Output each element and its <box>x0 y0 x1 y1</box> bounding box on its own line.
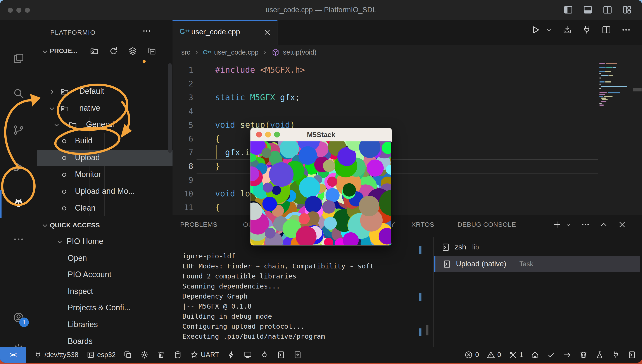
more-icon[interactable] <box>621 25 631 35</box>
panel-tab-xrtos[interactable]: XRTOS <box>411 221 434 228</box>
terminal-list-item-upload-native-[interactable]: Upload (native)Task <box>434 256 640 272</box>
status-item-copy[interactable] <box>124 350 132 359</box>
refresh-icon[interactable] <box>109 46 118 56</box>
code-line[interactable]: 5void setup(void) <box>173 118 642 132</box>
m5stack-title-bar[interactable]: M5Stack <box>250 128 392 142</box>
status-item-1[interactable]: 1 <box>509 350 523 359</box>
status-item-0[interactable]: 0 <box>486 350 501 359</box>
status-item-cylinder[interactable] <box>173 350 182 359</box>
collapse-all-icon[interactable] <box>147 46 157 56</box>
status-item-terminal-chevron[interactable] <box>627 350 636 359</box>
quick-access-item-libraries[interactable]: Libraries <box>37 317 173 333</box>
status-item-uart[interactable]: UART <box>190 350 219 359</box>
toggle-sidebar-icon[interactable] <box>563 4 573 15</box>
status-item-esp32[interactable]: esp32 <box>86 350 116 359</box>
status-item-home[interactable] <box>531 350 539 359</box>
tab-close-icon[interactable] <box>263 28 272 37</box>
tree-item-native[interactable]: native <box>37 100 173 117</box>
breadcrumb-item[interactable]: setup(void) <box>283 48 316 56</box>
status-item-flask[interactable] <box>595 350 604 359</box>
status-item-trash[interactable] <box>579 350 588 359</box>
tree-item-upload[interactable]: Upload <box>37 150 173 166</box>
tree-item-default[interactable]: Default <box>37 83 173 100</box>
chevron-up-icon[interactable] <box>599 220 608 229</box>
terminal-list-item-zsh[interactable]: zshlib <box>434 239 640 255</box>
toggle-panel-icon[interactable] <box>583 4 593 15</box>
sidebar-more-actions-button[interactable] <box>142 26 152 36</box>
chevron-down-icon <box>41 48 49 56</box>
m5stack-simulator-window[interactable]: M5Stack <box>250 128 392 246</box>
status-item-flame[interactable] <box>260 350 269 359</box>
activity-bar-item-source-control[interactable] <box>13 124 25 136</box>
status-item-bolt[interactable] <box>227 350 236 359</box>
breadcrumb-item[interactable]: src <box>181 48 190 56</box>
layers-icon[interactable] <box>128 46 138 56</box>
quick-access-item-pio-account[interactable]: PIO Account <box>37 267 173 283</box>
sidebar-scrollbar[interactable] <box>168 63 172 153</box>
run-icon[interactable] <box>531 25 541 35</box>
tree-item-build[interactable]: Build <box>37 133 173 150</box>
quick-access-item-pio-home[interactable]: PIO Home <box>37 234 173 250</box>
status-item-check[interactable] <box>547 350 555 359</box>
status-item-0[interactable]: 0 <box>464 350 479 359</box>
status-item-trash[interactable] <box>157 350 166 359</box>
status-item-plug[interactable] <box>611 350 620 359</box>
error-icon <box>464 350 473 359</box>
status-item-display[interactable] <box>244 350 252 359</box>
install-icon[interactable] <box>562 25 572 35</box>
tree-item-general[interactable]: General <box>37 116 173 133</box>
panel-tab-debug-console[interactable]: DEBUG CONSOLE <box>457 221 516 228</box>
chevron-down-icon[interactable] <box>565 222 572 228</box>
tree-item-upload-and-mo-[interactable]: Upload and Mo... <box>37 183 173 200</box>
status-item-arrow-right[interactable] <box>563 350 572 359</box>
task-circle-icon <box>60 170 69 180</box>
close-icon[interactable] <box>617 220 627 229</box>
code-line[interactable]: 2 <box>173 77 642 90</box>
quick-access-item-inspect[interactable]: Inspect <box>37 284 173 300</box>
more-icon[interactable] <box>581 220 590 229</box>
panel-divider <box>433 237 434 347</box>
tree-item-clean[interactable]: Clean <box>37 200 173 217</box>
code-line[interactable]: 11{ <box>173 200 642 214</box>
quick-access-item-projects-confi-[interactable]: Projects & Confi... <box>37 300 173 316</box>
remote-indicator[interactable]: >< <box>0 347 26 363</box>
split-editor-icon[interactable] <box>602 4 613 15</box>
m5-minimize-button[interactable] <box>265 132 271 138</box>
m5-zoom-button[interactable] <box>274 132 280 138</box>
status-item-label: /dev/ttyS38 <box>45 351 78 359</box>
terminal-scrollbar[interactable] <box>426 325 428 336</box>
activity-bar-item-explorer[interactable] <box>13 52 25 64</box>
code-line[interactable]: 7 gfx.init(); <box>173 146 642 159</box>
code-line[interactable]: 6{ <box>173 132 642 146</box>
code-line[interactable]: 1#include <M5GFX.h> <box>173 63 642 77</box>
activity-bar-item-search[interactable] <box>13 87 25 100</box>
code-line[interactable]: 3static M5GFX gfx; <box>173 90 642 104</box>
code-line[interactable]: 4 <box>173 104 642 118</box>
tree-item-monitor[interactable]: Monitor <box>37 166 173 183</box>
editor-scrollbar[interactable] <box>633 88 641 92</box>
quick-access-header[interactable]: QUICK ACCESS <box>37 217 173 234</box>
tab-user-code-cpp[interactable]: C++ user_code.cpp <box>173 20 278 46</box>
new-project-icon[interactable] <box>90 46 99 56</box>
customize-layout-icon[interactable] <box>622 4 632 15</box>
status-item-terminal-arrow[interactable] <box>293 350 302 359</box>
activity-bar-item-run-debug[interactable] <box>13 161 25 173</box>
m5-close-button[interactable] <box>256 132 262 138</box>
activity-bar-item-platformio[interactable] <box>13 198 25 210</box>
split-editor-icon[interactable] <box>601 25 611 35</box>
plus-icon[interactable] <box>552 220 562 229</box>
status-item-terminal-chevron[interactable] <box>277 350 285 359</box>
chevron-down-icon[interactable] <box>545 26 552 34</box>
code-editor[interactable]: 1#include <M5GFX.h>23static M5GFX gfx;45… <box>173 60 642 215</box>
minimap[interactable] <box>599 63 632 155</box>
project-tasks-section-header[interactable]: PROJE... <box>37 44 173 58</box>
status-item--dev-ttys38[interactable]: /dev/ttyS38 <box>34 350 78 359</box>
breadcrumb-item[interactable]: user_code.cpp <box>214 48 259 56</box>
plug-icon[interactable] <box>582 25 592 35</box>
activity-bar-item-more[interactable] <box>13 233 25 246</box>
code-line[interactable]: 10void loop(void) <box>173 187 642 200</box>
panel-tab-problems[interactable]: PROBLEMS <box>180 221 218 228</box>
code-line[interactable]: 9 <box>173 173 642 187</box>
quick-access-item-open[interactable]: Open <box>37 250 173 267</box>
status-item-gear[interactable] <box>140 350 149 359</box>
